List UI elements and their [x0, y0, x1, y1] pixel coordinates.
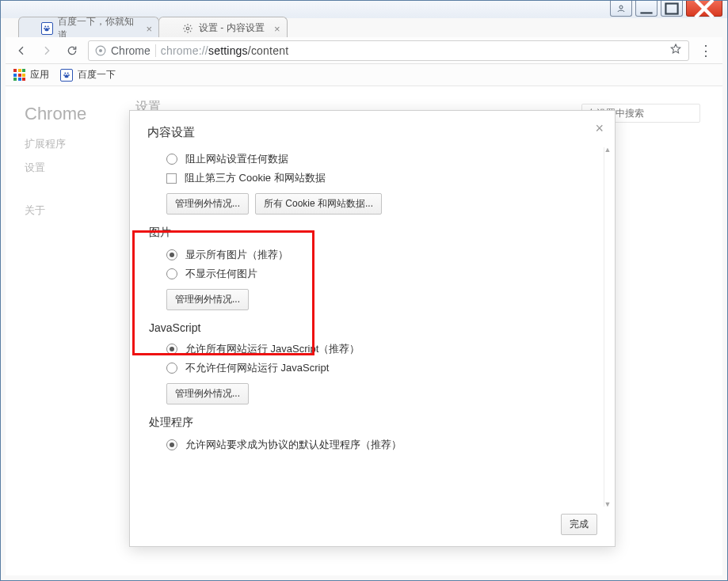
apps-label: 应用 — [30, 68, 49, 82]
tab-close-icon[interactable]: × — [146, 23, 152, 35]
chrome-menu-button[interactable]: ⋮ — [696, 42, 716, 59]
option-label: 允许网站要求成为协议的默认处理程序（推荐） — [185, 438, 402, 452]
baidu-favicon-icon — [60, 69, 73, 82]
option-label: 阻止网站设置任何数据 — [185, 152, 288, 166]
tab-strip: 百度一下，你就知道 × 设置 - 内容设置 × — [18, 15, 288, 39]
content-settings-dialog: 内容设置 × 阻止网站设置任何数据 阻止第三方 Cookie 和网站数据 管理例… — [129, 110, 616, 547]
radio-icon — [166, 268, 177, 279]
toolbar: Chrome chrome://settings/content ⋮ — [6, 37, 722, 64]
window-close-button[interactable] — [686, 1, 722, 17]
address-bar[interactable]: Chrome chrome://settings/content — [88, 40, 689, 61]
images-manage-exceptions-button[interactable]: 管理例外情况... — [166, 289, 249, 310]
svg-point-10 — [64, 72, 66, 74]
reload-icon — [66, 44, 78, 57]
browser-tab-baidu[interactable]: 百度一下，你就知道 × — [18, 17, 159, 39]
scroll-up-icon: ▲ — [604, 146, 612, 154]
radio-checked-icon — [166, 439, 177, 450]
dialog-body: 阻止网站设置任何数据 阻止第三方 Cookie 和网站数据 管理例外情况... … — [139, 147, 599, 507]
back-button[interactable] — [12, 41, 31, 60]
omnibox-product-label: Chrome — [111, 44, 151, 57]
dialog-title: 内容设置 — [147, 125, 195, 140]
sidebar-item-extensions[interactable]: 扩展程序 — [25, 137, 66, 151]
section-heading: JavaScript — [149, 321, 589, 334]
svg-rect-2 — [665, 3, 677, 13]
sidebar-item-about[interactable]: 关于 — [25, 203, 45, 218]
section-handlers: 处理程序 允许网站要求成为协议的默认处理程序（推荐） — [149, 416, 589, 452]
svg-point-5 — [44, 28, 46, 29]
section-javascript: JavaScript 允许所有网站运行 JavaScript（推荐） 不允许任何… — [149, 321, 589, 404]
radio-checked-icon — [166, 249, 177, 260]
reload-button[interactable] — [63, 41, 82, 60]
svg-point-0 — [619, 6, 623, 9]
arrow-right-icon — [40, 44, 53, 57]
tab-close-icon[interactable]: × — [274, 23, 280, 35]
settings-brand: Chrome — [25, 104, 86, 124]
tab-title: 设置 - 内容设置 — [199, 21, 265, 35]
settings-page: Chrome 扩展程序 设置 关于 设置 内容设置 × 阻止网站设置任何数据 阻… — [6, 86, 722, 575]
scroll-down-icon: ▼ — [604, 500, 612, 508]
browser-tab-settings[interactable]: 设置 - 内容设置 × — [158, 17, 288, 39]
svg-point-9 — [99, 48, 102, 51]
kebab-icon: ⋮ — [699, 43, 713, 59]
images-show-all-option[interactable]: 显示所有图片（推荐） — [166, 248, 589, 262]
section-heading: 图片 — [149, 226, 589, 240]
js-block-option[interactable]: 不允许任何网站运行 JavaScript — [166, 361, 589, 375]
close-icon — [687, 0, 722, 26]
minimize-icon — [636, 0, 657, 19]
window-user-button[interactable] — [610, 1, 632, 17]
window-minimize-button[interactable] — [635, 1, 657, 17]
star-icon — [669, 43, 682, 55]
baidu-favicon-icon — [41, 22, 53, 35]
svg-point-6 — [48, 28, 50, 29]
window-maximize-button[interactable] — [661, 1, 683, 17]
svg-point-12 — [63, 74, 65, 76]
svg-point-4 — [48, 25, 49, 27]
gear-favicon-icon — [181, 22, 194, 35]
radio-icon — [166, 363, 177, 374]
radio-icon — [166, 154, 177, 165]
sidebar-item-settings[interactable]: 设置 — [25, 161, 45, 175]
apps-grid-icon — [13, 69, 25, 81]
checkbox-icon — [166, 173, 177, 184]
svg-point-3 — [45, 25, 47, 27]
dialog-close-button[interactable]: × — [595, 120, 604, 137]
images-show-none-option[interactable]: 不显示任何图片 — [166, 267, 589, 281]
cookies-manage-exceptions-button[interactable]: 管理例外情况... — [166, 193, 249, 215]
bookmark-item-baidu[interactable]: 百度一下 — [60, 68, 116, 82]
bookmarks-bar: 应用 百度一下 — [6, 64, 722, 86]
cookies-all-data-button[interactable]: 所有 Cookie 和网站数据... — [255, 193, 382, 215]
window-buttons — [610, 1, 722, 17]
dialog-scrollbar[interactable]: ▲ ▼ — [604, 147, 612, 507]
forward-button[interactable] — [37, 41, 56, 60]
option-label: 不允许任何网站运行 JavaScript — [185, 361, 329, 375]
handlers-allow-option[interactable]: 允许网站要求成为协议的默认处理程序（推荐） — [166, 438, 589, 452]
bookmark-star-button[interactable] — [669, 43, 682, 59]
section-heading: 处理程序 — [149, 416, 589, 430]
svg-point-11 — [67, 72, 69, 74]
section-images: 图片 显示所有图片（推荐） 不显示任何图片 管理例外情况... — [149, 226, 589, 310]
option-label: 阻止第三方 Cookie 和网站数据 — [185, 171, 326, 185]
svg-rect-1 — [640, 12, 652, 13]
js-allow-option[interactable]: 允许所有网站运行 JavaScript（推荐） — [166, 342, 589, 356]
omnibox-separator — [155, 44, 156, 57]
cookies-block-third-party-option[interactable]: 阻止第三方 Cookie 和网站数据 — [166, 171, 589, 185]
dialog-footer: 完成 — [561, 514, 597, 535]
user-icon — [616, 4, 626, 13]
option-label: 允许所有网站运行 JavaScript（推荐） — [185, 342, 360, 356]
chrome-logo-icon — [95, 45, 106, 56]
maximize-icon — [661, 0, 682, 19]
radio-checked-icon — [166, 344, 177, 355]
svg-point-7 — [186, 27, 189, 30]
done-button[interactable]: 完成 — [561, 514, 597, 535]
bookmark-label: 百度一下 — [78, 68, 116, 82]
browser-window: 百度一下，你就知道 × 设置 - 内容设置 × Chrome chrome://… — [0, 0, 728, 581]
js-manage-exceptions-button[interactable]: 管理例外情况... — [166, 383, 249, 404]
option-label: 不显示任何图片 — [185, 267, 257, 281]
arrow-left-icon — [15, 44, 28, 57]
cookies-block-site-data-option[interactable]: 阻止网站设置任何数据 — [166, 152, 589, 166]
option-label: 显示所有图片（推荐） — [185, 248, 288, 262]
apps-shortcut[interactable]: 应用 — [13, 68, 49, 82]
omnibox-url: chrome://settings/content — [161, 44, 665, 57]
svg-point-13 — [68, 74, 70, 76]
